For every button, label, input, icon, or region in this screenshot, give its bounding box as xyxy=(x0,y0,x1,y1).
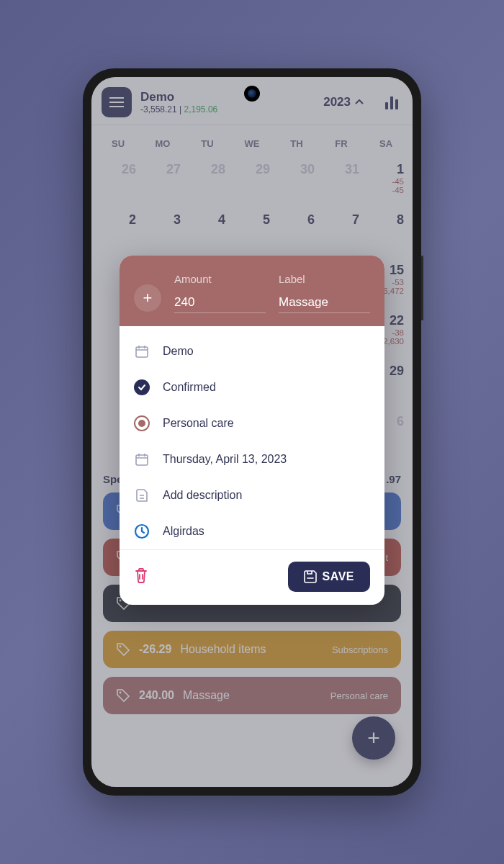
label-label: Label xyxy=(279,273,370,285)
modal-row-calendar[interactable]: Demo xyxy=(134,333,370,369)
modal-options: DemoConfirmedPersonal careThursday, Apri… xyxy=(120,326,384,549)
modal-type-toggle[interactable]: + xyxy=(134,284,161,312)
save-button[interactable]: SAVE xyxy=(288,562,370,592)
check-icon xyxy=(134,379,150,395)
modal-row-text: Personal care xyxy=(163,417,234,430)
device-frame: Demo -3,558.21 | 2,195.06 2023 SUMOTUWET… xyxy=(83,68,421,796)
calendar-icon xyxy=(134,343,150,359)
user-icon xyxy=(134,523,150,539)
camera-cutout xyxy=(244,86,260,102)
svg-rect-6 xyxy=(136,455,148,465)
amount-label: Amount xyxy=(174,273,266,285)
modal-header: + Amount 240 Label Massage xyxy=(120,256,384,326)
svg-rect-5 xyxy=(136,347,148,357)
modal-row-text: Confirmed xyxy=(163,381,216,394)
label-field[interactable]: Massage xyxy=(279,295,370,313)
modal-row-radio[interactable]: Personal care xyxy=(134,405,370,441)
screen: Demo -3,558.21 | 2,195.06 2023 SUMOTUWET… xyxy=(91,77,413,787)
modal-row-user[interactable]: Algirdas xyxy=(134,513,370,549)
delete-button[interactable] xyxy=(134,567,148,586)
modal-row-text: Algirdas xyxy=(163,525,204,538)
amount-field[interactable]: 240 xyxy=(174,295,266,313)
radio-icon xyxy=(134,415,150,431)
modal-row-text: Thursday, April 13, 2023 xyxy=(163,453,287,466)
trash-icon xyxy=(134,567,148,583)
modal-row-calendar[interactable]: Thursday, April 13, 2023 xyxy=(134,441,370,477)
amount-column: Amount 240 xyxy=(174,273,266,313)
modal-row-text: Add description xyxy=(163,489,242,502)
modal-row-text: Demo xyxy=(163,345,194,358)
save-icon xyxy=(304,570,317,583)
calendar-icon xyxy=(134,451,150,467)
edit-transaction-modal: + Amount 240 Label Massage DemoConfirmed… xyxy=(120,256,384,605)
modal-footer: SAVE xyxy=(120,549,384,605)
modal-row-note[interactable]: Add description xyxy=(134,477,370,513)
note-icon xyxy=(134,487,150,503)
modal-row-check[interactable]: Confirmed xyxy=(134,369,370,405)
label-column: Label Massage xyxy=(279,273,370,313)
